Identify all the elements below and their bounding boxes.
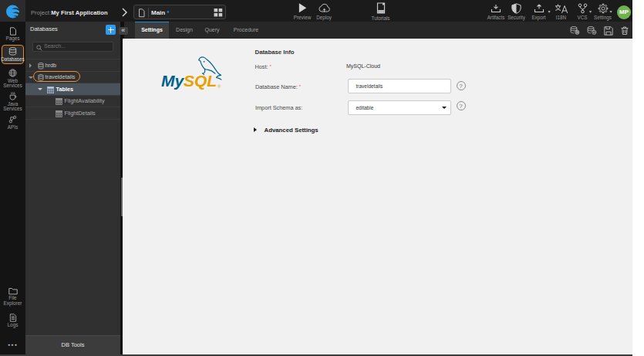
svg-text:®: ® — [217, 84, 221, 89]
svg-text:SQL: SQL — [184, 72, 217, 90]
svg-text:My: My — [161, 72, 184, 90]
